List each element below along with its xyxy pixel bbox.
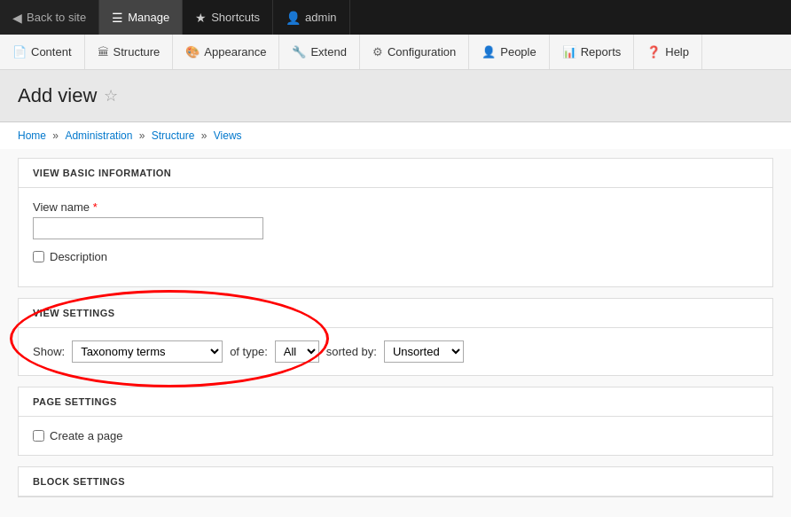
extend-icon: 🔧 <box>292 45 306 59</box>
menu-icon: ☰ <box>112 11 123 25</box>
nav-reports[interactable]: 📊 Reports <box>550 35 635 69</box>
view-name-field: View name * <box>33 200 758 239</box>
description-checkbox[interactable] <box>33 251 44 262</box>
view-name-input[interactable] <box>33 217 263 239</box>
appearance-icon: 🎨 <box>185 45 200 59</box>
reports-icon: 📊 <box>562 45 576 59</box>
block-settings-header: BLOCK SETTINGS <box>19 467 772 497</box>
page-header: Add view ☆ <box>0 70 791 122</box>
content-icon: 📄 <box>12 45 27 59</box>
view-name-label: View name * <box>33 200 758 214</box>
nav-appearance[interactable]: 🎨 Appearance <box>173 35 279 69</box>
breadcrumb-home[interactable]: Home <box>18 129 46 142</box>
breadcrumb-administration[interactable]: Administration <box>65 129 132 142</box>
nav-configuration[interactable]: ⚙ Configuration <box>360 35 469 69</box>
back-to-site-button[interactable]: ◀ Back to site <box>0 0 99 35</box>
of-type-label: of type: <box>230 345 268 358</box>
view-settings-header: VIEW SETTINGS <box>19 299 772 328</box>
help-icon: ❓ <box>646 45 661 59</box>
sorted-by-label: sorted by: <box>326 345 377 358</box>
view-basic-info-section: VIEW BASIC INFORMATION View name * Descr… <box>18 158 773 287</box>
nav-menu: 📄 Content 🏛 Structure 🎨 Appearance 🔧 Ext… <box>0 35 791 70</box>
shortcuts-button[interactable]: ★ Shortcuts <box>183 0 273 35</box>
user-icon: 👤 <box>286 11 301 25</box>
of-type-select[interactable]: All Tags Category <box>275 340 319 363</box>
nav-extend[interactable]: 🔧 Extend <box>279 35 359 69</box>
nav-help[interactable]: ❓ Help <box>634 35 702 69</box>
breadcrumb-views[interactable]: Views <box>214 129 242 142</box>
page-title: Add view ☆ <box>18 84 773 107</box>
breadcrumb-structure[interactable]: Structure <box>152 129 195 142</box>
create-page-checkbox[interactable] <box>33 430 44 442</box>
description-checkbox-label[interactable]: Description <box>33 250 758 263</box>
page-settings-section: PAGE SETTINGS Create a page <box>18 387 773 456</box>
required-indicator: * <box>93 200 98 214</box>
page-settings-header: PAGE SETTINGS <box>19 387 772 417</box>
configuration-icon: ⚙ <box>372 45 383 59</box>
view-settings-section: VIEW SETTINGS Show: Taxonomy terms Conte… <box>18 298 773 376</box>
nav-content[interactable]: 📄 Content <box>0 35 85 69</box>
back-arrow-icon: ◀ <box>12 11 22 25</box>
structure-icon: 🏛 <box>98 45 109 59</box>
admin-bar: ◀ Back to site ☰ Manage ★ Shortcuts 👤 ad… <box>0 0 791 35</box>
show-select[interactable]: Taxonomy terms Content Users Files <box>72 340 223 363</box>
manage-button[interactable]: ☰ Manage <box>99 0 183 35</box>
admin-user-button[interactable]: 👤 admin <box>273 0 349 35</box>
show-label: Show: <box>33 345 65 358</box>
view-settings-row: Show: Taxonomy terms Content Users Files… <box>33 340 758 363</box>
nav-structure[interactable]: 🏛 Structure <box>85 35 174 69</box>
nav-people[interactable]: 👤 People <box>469 35 549 69</box>
view-basic-info-header: VIEW BASIC INFORMATION <box>19 159 772 188</box>
people-icon: 👤 <box>482 45 496 59</box>
create-page-checkbox-label[interactable]: Create a page <box>33 429 758 442</box>
main-content: VIEW BASIC INFORMATION View name * Descr… <box>0 149 791 517</box>
breadcrumb: Home » Administration » Structure » View… <box>0 122 791 149</box>
star-nav-icon: ★ <box>195 11 207 25</box>
description-field: Description <box>33 250 758 263</box>
bookmark-icon[interactable]: ☆ <box>104 86 118 106</box>
sorted-by-select[interactable]: Unsorted Title Post date <box>384 340 464 363</box>
block-settings-section: BLOCK SETTINGS <box>18 466 773 497</box>
